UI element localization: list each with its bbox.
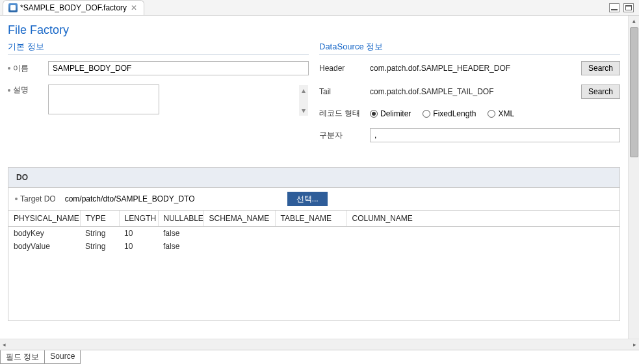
- select-do-button[interactable]: 선택...: [287, 192, 328, 206]
- grid-header-row: PHYSICAL_NAME TYPE LENGTH NULLABLE SCHEM…: [8, 211, 619, 227]
- close-icon[interactable]: ✕: [129, 3, 138, 12]
- basic-section-title: 기본 정보: [8, 41, 309, 55]
- bullet-icon: [15, 198, 18, 200]
- radio-unselected-icon: [423, 110, 430, 118]
- scroll-down-icon: ▾: [302, 106, 306, 115]
- ds-section-title: DataSource 정보: [319, 41, 620, 55]
- name-input[interactable]: [48, 61, 309, 75]
- vertical-scrollbar[interactable]: ▴: [628, 16, 639, 339]
- bullet-icon: [8, 67, 10, 70]
- col-column[interactable]: COLUMN_NAME: [346, 211, 619, 227]
- editor-tabbar: *SAMPLE_BODY_DOF.factory ✕: [0, 0, 639, 16]
- col-length[interactable]: LENGTH: [119, 211, 158, 227]
- radio-selected-icon: [370, 110, 378, 118]
- editor-tab-active[interactable]: *SAMPLE_BODY_DOF.factory ✕: [3, 0, 144, 15]
- textarea-scrollbar[interactable]: ▴ ▾: [299, 85, 308, 116]
- radio-fixedlength[interactable]: FixedLength: [423, 109, 476, 118]
- col-physical[interactable]: PHYSICAL_NAME: [8, 211, 80, 227]
- col-type[interactable]: TYPE: [80, 211, 119, 227]
- col-table[interactable]: TABLE_NAME: [275, 211, 346, 227]
- target-do-label: Target DO: [15, 194, 56, 203]
- delimiter-label: 구분자: [319, 130, 365, 141]
- factory-file-icon: [8, 3, 18, 12]
- scroll-left-icon: ◂: [1, 341, 7, 348]
- name-label: 이름: [8, 63, 48, 74]
- editor-tab-title: *SAMPLE_BODY_DOF.factory: [20, 3, 127, 12]
- scroll-right-icon: ▸: [632, 341, 638, 348]
- page-title: File Factory: [8, 23, 620, 37]
- do-panel: DO Target DO com/patch/dto/SAMPLE_BODY_D…: [8, 167, 620, 321]
- scroll-thumb[interactable]: [630, 27, 638, 157]
- do-grid[interactable]: PHYSICAL_NAME TYPE LENGTH NULLABLE SCHEM…: [8, 210, 619, 320]
- record-type-label: 레코드 형태: [319, 108, 365, 119]
- radio-delimiter[interactable]: Delimiter: [370, 109, 411, 118]
- table-row[interactable]: bodyKey String 10 false: [8, 227, 619, 240]
- delimiter-input[interactable]: [370, 128, 620, 142]
- datasource-section: DataSource 정보 Header com.patch.dof.SAMPL…: [319, 41, 620, 151]
- scroll-up-icon: ▴: [302, 86, 306, 95]
- desc-label: 설명: [8, 84, 48, 96]
- tail-value: com.patch.dof.SAMPLE_TAIL_DOF: [370, 87, 576, 96]
- bullet-icon: [8, 89, 10, 92]
- tail-label: Tail: [319, 87, 365, 96]
- radio-xml[interactable]: XML: [488, 109, 514, 118]
- bottom-tabbar: 필드 정보 Source: [0, 350, 639, 364]
- radio-unselected-icon: [488, 110, 495, 118]
- minimize-button[interactable]: [609, 3, 619, 12]
- header-label: Header: [319, 64, 365, 73]
- desc-textarea[interactable]: [48, 84, 159, 114]
- header-search-button[interactable]: Search: [581, 61, 620, 75]
- col-nullable[interactable]: NULLABLE: [158, 211, 203, 227]
- do-panel-title: DO: [8, 168, 619, 188]
- basic-info-section: 기본 정보 이름 설명: [8, 41, 309, 151]
- scroll-up-icon: ▴: [632, 17, 636, 26]
- tab-field-info[interactable]: 필드 정보: [0, 350, 45, 364]
- tab-source[interactable]: Source: [44, 350, 81, 364]
- target-do-value: com/patch/dto/SAMPLE_BODY_DTO: [61, 194, 282, 203]
- maximize-button[interactable]: [623, 3, 634, 12]
- content-scrollpane: File Factory 기본 정보 이름 설명: [0, 16, 639, 339]
- tail-search-button[interactable]: Search: [581, 84, 620, 99]
- horizontal-scrollbar[interactable]: ◂ ▸: [0, 339, 639, 350]
- editor-window-controls: [609, 3, 639, 12]
- header-value: com.patch.dof.SAMPLE_HEADER_DOF: [370, 64, 576, 73]
- col-schema[interactable]: SCHEMA_NAME: [203, 211, 275, 227]
- table-row[interactable]: bodyValue String 10 false: [8, 240, 619, 253]
- record-type-radiogroup: Delimiter FixedLength XML: [370, 109, 514, 118]
